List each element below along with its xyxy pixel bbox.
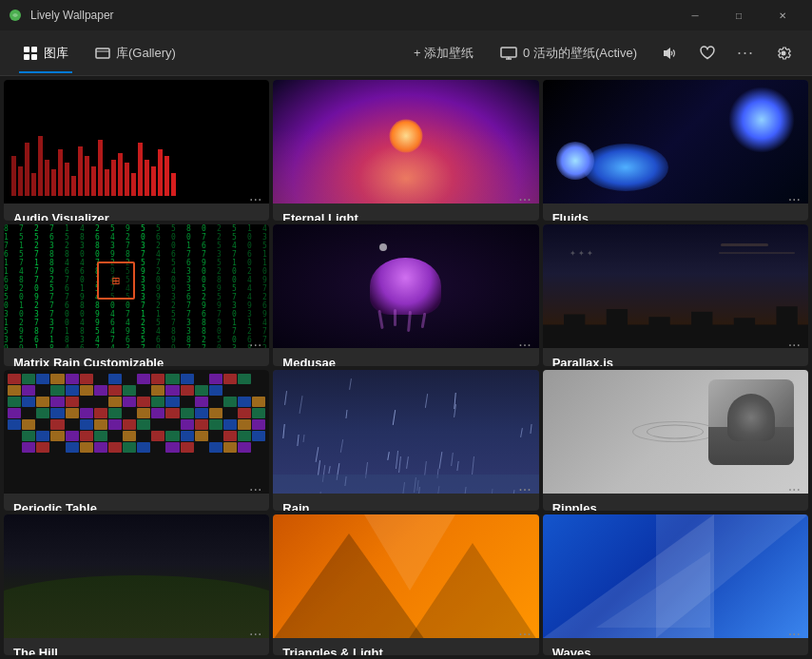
card-info-periodic-table: Periodic Table Interactive periodic tabl…: [4, 494, 269, 511]
card-info-waves: Waves Animated wave wallpaper.: [543, 638, 808, 655]
card-thumbnail-periodic-table: [4, 370, 269, 494]
card-info-audio-visualizer: Audio Visualizer Audio spectrum that rea…: [4, 204, 269, 221]
titlebar-left: Lively Wallpaper: [8, 8, 114, 23]
card-info-rain: Rain Customisable rain particles.: [273, 494, 538, 511]
more-button[interactable]: ···: [728, 36, 763, 70]
active-wallpaper-label: 0 活动的壁纸(Active): [523, 45, 637, 62]
window-controls: ─ □ ✕: [673, 0, 804, 30]
card-info-triangles-light: Triangles & Light Colorful triangle anim…: [273, 638, 538, 655]
card-info-medusae: Medusae Soft body jellyfish simulation.: [273, 348, 538, 365]
card-menu-fluids[interactable]: ···: [788, 192, 801, 207]
tab-gallery-label: 库(Gallery): [116, 45, 176, 62]
tab-gallery[interactable]: 库(Gallery): [84, 39, 187, 68]
card-title-fluids: Fluids: [552, 211, 780, 221]
card-fluids[interactable]: Fluids Fluid simulation using WebGL, rea…: [543, 80, 808, 221]
card-thumbnail-the-hill: [4, 514, 269, 638]
card-menu-parallaxjs[interactable]: ···: [788, 338, 801, 353]
card-title-waves: Waves: [552, 646, 780, 655]
audio-button[interactable]: [652, 36, 686, 70]
card-title-medusae: Medusae: [282, 356, 510, 365]
card-info-parallaxjs: Parallax.js Parallax.js engine github pa…: [543, 348, 808, 365]
card-thumbnail-triangles-light: [273, 514, 538, 638]
card-title-the-hill: The Hill: [13, 646, 241, 655]
card-thumbnail-rain: [273, 370, 538, 494]
svg-rect-2: [31, 47, 37, 52]
favorites-button[interactable]: [690, 36, 725, 70]
card-thumbnail-medusae: [273, 224, 538, 348]
settings-icon: [775, 45, 792, 62]
add-wallpaper-label: + 添加壁纸: [414, 45, 474, 62]
card-thumbnail-fluids: [543, 80, 808, 204]
card-title-matrix-rain: Matrix Rain Customizable: [13, 356, 241, 365]
card-thumbnail-audio-visualizer: [4, 80, 269, 204]
minimize-button[interactable]: ─: [673, 0, 717, 30]
app-title: Lively Wallpaper: [30, 9, 114, 22]
grid-icon: [23, 46, 38, 61]
card-menu-waves[interactable]: ···: [788, 627, 801, 642]
card-menu-medusae[interactable]: ···: [518, 338, 531, 353]
card-menu-triangles-light[interactable]: ···: [518, 627, 531, 642]
card-info-fluids: Fluids Fluid simulation using WebGL, rea…: [543, 204, 808, 221]
card-ripples[interactable]: Ripples Puddle that shows weather. ···: [543, 370, 808, 511]
card-info-eternal-light: Eternal Light Beautiful sunset render.: [273, 204, 538, 221]
heart-icon: [699, 45, 716, 62]
card-thumbnail-waves: [543, 514, 808, 638]
close-button[interactable]: ✕: [761, 0, 804, 30]
add-wallpaper-button[interactable]: + 添加壁纸: [402, 39, 485, 68]
card-menu-ripples[interactable]: ···: [788, 482, 801, 497]
card-info-matrix-rain: Matrix Rain Customizable Matrix like rai…: [4, 348, 269, 365]
card-title-audio-visualizer: Audio Visualizer: [13, 211, 241, 221]
card-menu-matrix-rain[interactable]: ···: [249, 338, 261, 353]
audio-icon: [661, 45, 678, 62]
card-menu-periodic-table[interactable]: ···: [249, 482, 261, 497]
card-menu-the-hill[interactable]: ···: [249, 627, 261, 642]
card-title-triangles-light: Triangles & Light: [282, 646, 510, 655]
card-thumbnail-matrix-rain: 8176116950315394 7515748201029598 252717…: [4, 224, 269, 348]
titlebar: Lively Wallpaper ─ □ ✕: [0, 0, 812, 30]
gallery-icon: [95, 46, 110, 61]
card-audio-visualizer[interactable]: Audio Visualizer Audio spectrum that rea…: [4, 80, 269, 221]
tab-library[interactable]: 图库: [11, 39, 80, 68]
card-thumbnail-parallaxjs: ✦ ✦ ✦: [543, 224, 808, 348]
svg-rect-3: [24, 54, 29, 60]
card-title-parallaxjs: Parallax.js: [552, 356, 780, 365]
app-icon: [8, 8, 23, 23]
svg-rect-6: [501, 48, 516, 57]
monitor-icon: [500, 47, 517, 60]
card-periodic-table[interactable]: Periodic Table Interactive periodic tabl…: [4, 370, 269, 511]
card-waves[interactable]: Waves Animated wave wallpaper. ···: [543, 514, 808, 655]
gallery-grid: Audio Visualizer Audio spectrum that rea…: [0, 76, 812, 659]
maximize-button[interactable]: □: [717, 0, 761, 30]
card-title-ripples: Ripples: [552, 501, 780, 511]
card-parallaxjs[interactable]: ✦ ✦ ✦ Parallax.js Parallax.js engine git…: [543, 224, 808, 365]
svg-rect-4: [31, 54, 37, 60]
card-triangles-light[interactable]: Triangles & Light Colorful triangle anim…: [273, 514, 538, 655]
card-rain[interactable]: Rain Customisable rain particles. ···: [273, 370, 538, 511]
tab-library-label: 图库: [44, 45, 68, 62]
card-thumbnail-ripples: [543, 370, 808, 494]
card-title-eternal-light: Eternal Light: [282, 211, 510, 221]
card-info-ripples: Ripples Puddle that shows weather.: [543, 494, 808, 511]
svg-rect-5: [96, 48, 109, 58]
card-menu-audio-visualizer[interactable]: ···: [249, 192, 261, 207]
settings-button[interactable]: [766, 36, 801, 70]
card-medusae[interactable]: Medusae Soft body jellyfish simulation. …: [273, 224, 538, 365]
card-matrix-rain[interactable]: 8176116950315394 7515748201029598 252717…: [4, 224, 269, 365]
card-menu-rain[interactable]: ···: [518, 482, 531, 497]
card-thumbnail-eternal-light: [273, 80, 538, 204]
card-the-hill[interactable]: The Hill Scenic hill environment. ···: [4, 514, 269, 655]
card-menu-eternal-light[interactable]: ···: [518, 192, 531, 207]
card-info-the-hill: The Hill Scenic hill environment.: [4, 638, 269, 655]
toolbar: 图库 库(Gallery) + 添加壁纸 0 活动的壁纸(Active) ···: [0, 30, 812, 76]
card-title-periodic-table: Periodic Table: [13, 501, 241, 511]
svg-rect-1: [24, 47, 29, 52]
card-title-rain: Rain: [282, 501, 510, 511]
active-wallpaper-button[interactable]: 0 活动的壁纸(Active): [489, 39, 648, 68]
card-eternal-light[interactable]: Eternal Light Beautiful sunset render. ·…: [273, 80, 538, 221]
